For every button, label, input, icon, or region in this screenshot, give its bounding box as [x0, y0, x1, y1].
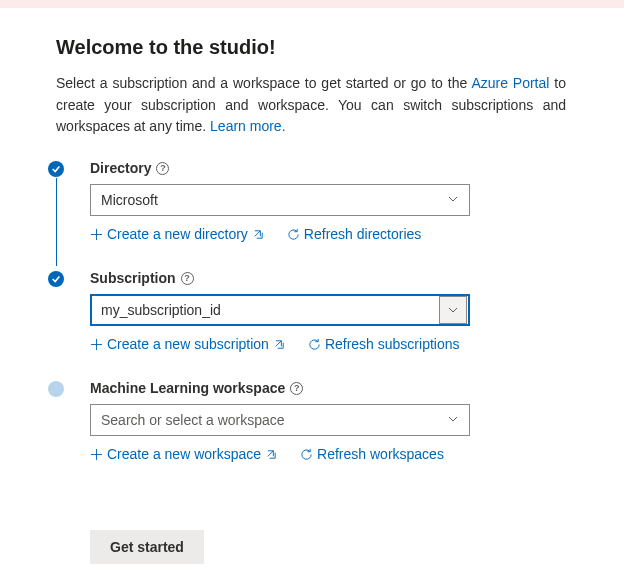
chevron-down-icon — [447, 192, 459, 208]
refresh-icon — [287, 228, 300, 241]
refresh-subscriptions-text: Refresh subscriptions — [325, 336, 460, 352]
directory-label: Directory — [90, 160, 151, 176]
chevron-down-icon — [447, 412, 459, 428]
subscription-value: my_subscription_id — [101, 302, 221, 318]
check-icon — [48, 161, 64, 177]
plus-icon — [90, 338, 103, 351]
refresh-subscriptions-link[interactable]: Refresh subscriptions — [308, 336, 460, 352]
workspace-label: Machine Learning workspace — [90, 380, 285, 396]
get-started-button[interactable]: Get started — [90, 530, 204, 564]
step-workspace: Machine Learning workspace ? Search or s… — [56, 380, 596, 462]
top-accent-band — [0, 0, 624, 8]
azure-portal-link[interactable]: Azure Portal — [471, 75, 549, 91]
create-subscription-link[interactable]: Create a new subscription — [90, 336, 286, 352]
directory-actions: Create a new directory Refresh directori… — [90, 226, 596, 242]
refresh-directories-link[interactable]: Refresh directories — [287, 226, 422, 242]
page-title: Welcome to the studio! — [56, 36, 596, 59]
help-icon[interactable]: ? — [181, 272, 194, 285]
help-icon[interactable]: ? — [156, 162, 169, 175]
external-link-icon — [265, 448, 278, 461]
workspace-label-row: Machine Learning workspace ? — [90, 380, 303, 396]
create-workspace-link[interactable]: Create a new workspace — [90, 446, 278, 462]
directory-label-row: Directory ? — [90, 160, 169, 176]
help-icon[interactable]: ? — [290, 382, 303, 395]
refresh-icon — [300, 448, 313, 461]
external-link-icon — [252, 228, 265, 241]
subscription-label-row: Subscription ? — [90, 270, 194, 286]
directory-dropdown[interactable]: Microsoft — [90, 184, 470, 216]
subscription-actions: Create a new subscription Refresh subscr… — [90, 336, 596, 352]
step-subscription: Subscription ? my_subscription_id Create… — [56, 270, 596, 352]
create-workspace-text: Create a new workspace — [107, 446, 261, 462]
workspace-placeholder: Search or select a workspace — [101, 412, 285, 428]
plus-icon — [90, 228, 103, 241]
learn-more-link[interactable]: Learn more. — [210, 118, 285, 134]
refresh-workspaces-text: Refresh workspaces — [317, 446, 444, 462]
subscription-label: Subscription — [90, 270, 176, 286]
step-directory: Directory ? Microsoft Create a new direc… — [56, 160, 596, 242]
create-subscription-text: Create a new subscription — [107, 336, 269, 352]
intro-part1: Select a subscription and a workspace to… — [56, 75, 471, 91]
dialog-content: Welcome to the studio! Select a subscrip… — [0, 8, 624, 565]
subscription-dropdown[interactable]: my_subscription_id — [90, 294, 470, 326]
check-icon — [48, 271, 64, 287]
create-directory-link[interactable]: Create a new directory — [90, 226, 265, 242]
create-directory-text: Create a new directory — [107, 226, 248, 242]
refresh-directories-text: Refresh directories — [304, 226, 422, 242]
chevron-down-icon — [439, 296, 467, 324]
workspace-dropdown[interactable]: Search or select a workspace — [90, 404, 470, 436]
directory-value: Microsoft — [101, 192, 158, 208]
pending-step-icon — [48, 381, 64, 397]
step-connector — [56, 178, 58, 266]
refresh-icon — [308, 338, 321, 351]
workspace-actions: Create a new workspace Refresh workspace… — [90, 446, 596, 462]
intro-text: Select a subscription and a workspace to… — [56, 73, 566, 138]
external-link-icon — [273, 338, 286, 351]
steps-container: Directory ? Microsoft Create a new direc… — [56, 160, 596, 462]
refresh-workspaces-link[interactable]: Refresh workspaces — [300, 446, 444, 462]
plus-icon — [90, 448, 103, 461]
